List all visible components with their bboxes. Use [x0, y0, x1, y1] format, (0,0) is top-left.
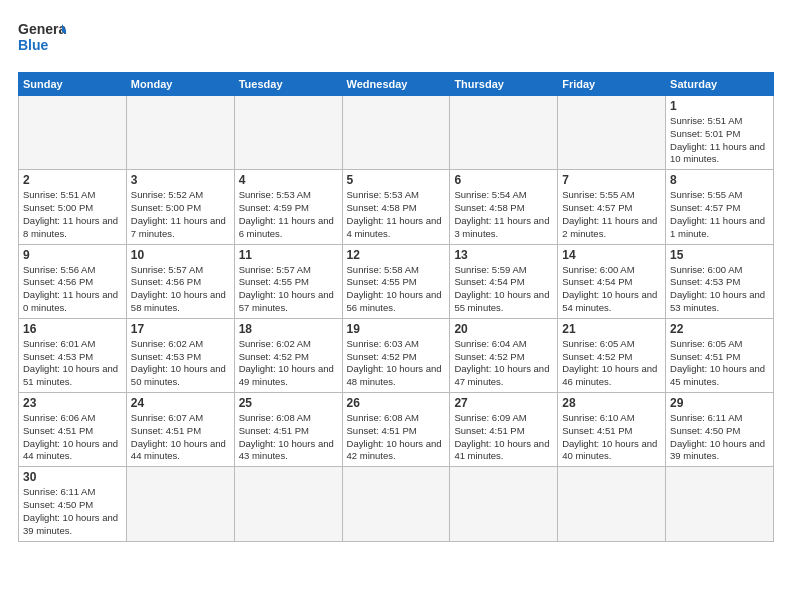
- svg-text:Blue: Blue: [18, 37, 49, 53]
- header-wednesday: Wednesday: [342, 73, 450, 96]
- day-info: Sunrise: 6:08 AM Sunset: 4:51 PM Dayligh…: [239, 412, 338, 463]
- day-info: Sunrise: 5:55 AM Sunset: 4:57 PM Dayligh…: [670, 189, 769, 240]
- calendar-cell: 5Sunrise: 5:53 AM Sunset: 4:58 PM Daylig…: [342, 170, 450, 244]
- logo-svg: General Blue: [18, 18, 66, 62]
- day-info: Sunrise: 5:51 AM Sunset: 5:01 PM Dayligh…: [670, 115, 769, 166]
- day-info: Sunrise: 6:10 AM Sunset: 4:51 PM Dayligh…: [562, 412, 661, 463]
- day-number: 9: [23, 248, 122, 262]
- day-number: 30: [23, 470, 122, 484]
- calendar-cell: 26Sunrise: 6:08 AM Sunset: 4:51 PM Dayli…: [342, 393, 450, 467]
- calendar-cell: [234, 96, 342, 170]
- calendar-cell: 11Sunrise: 5:57 AM Sunset: 4:55 PM Dayli…: [234, 244, 342, 318]
- calendar-cell: [450, 467, 558, 541]
- week-row-5: 23Sunrise: 6:06 AM Sunset: 4:51 PM Dayli…: [19, 393, 774, 467]
- calendar-table: SundayMondayTuesdayWednesdayThursdayFrid…: [18, 72, 774, 542]
- day-number: 14: [562, 248, 661, 262]
- calendar-cell: [558, 467, 666, 541]
- calendar-cell: 13Sunrise: 5:59 AM Sunset: 4:54 PM Dayli…: [450, 244, 558, 318]
- day-number: 27: [454, 396, 553, 410]
- day-number: 24: [131, 396, 230, 410]
- day-number: 7: [562, 173, 661, 187]
- day-info: Sunrise: 6:00 AM Sunset: 4:53 PM Dayligh…: [670, 264, 769, 315]
- week-row-1: 1Sunrise: 5:51 AM Sunset: 5:01 PM Daylig…: [19, 96, 774, 170]
- day-number: 19: [347, 322, 446, 336]
- calendar-page: General Blue SundayMondayTuesdayWednesda…: [0, 0, 792, 612]
- day-number: 23: [23, 396, 122, 410]
- day-info: Sunrise: 5:55 AM Sunset: 4:57 PM Dayligh…: [562, 189, 661, 240]
- calendar-cell: 2Sunrise: 5:51 AM Sunset: 5:00 PM Daylig…: [19, 170, 127, 244]
- day-number: 5: [347, 173, 446, 187]
- day-info: Sunrise: 6:11 AM Sunset: 4:50 PM Dayligh…: [23, 486, 122, 537]
- day-number: 21: [562, 322, 661, 336]
- day-info: Sunrise: 5:58 AM Sunset: 4:55 PM Dayligh…: [347, 264, 446, 315]
- calendar-cell: 7Sunrise: 5:55 AM Sunset: 4:57 PM Daylig…: [558, 170, 666, 244]
- header-monday: Monday: [126, 73, 234, 96]
- calendar-cell: 28Sunrise: 6:10 AM Sunset: 4:51 PM Dayli…: [558, 393, 666, 467]
- calendar-cell: 20Sunrise: 6:04 AM Sunset: 4:52 PM Dayli…: [450, 318, 558, 392]
- day-number: 18: [239, 322, 338, 336]
- day-info: Sunrise: 6:01 AM Sunset: 4:53 PM Dayligh…: [23, 338, 122, 389]
- calendar-cell: 23Sunrise: 6:06 AM Sunset: 4:51 PM Dayli…: [19, 393, 127, 467]
- svg-text:General: General: [18, 21, 66, 37]
- header-sunday: Sunday: [19, 73, 127, 96]
- day-number: 13: [454, 248, 553, 262]
- day-number: 29: [670, 396, 769, 410]
- day-number: 11: [239, 248, 338, 262]
- day-info: Sunrise: 6:04 AM Sunset: 4:52 PM Dayligh…: [454, 338, 553, 389]
- day-number: 3: [131, 173, 230, 187]
- calendar-header-row: SundayMondayTuesdayWednesdayThursdayFrid…: [19, 73, 774, 96]
- calendar-cell: [234, 467, 342, 541]
- calendar-cell: 30Sunrise: 6:11 AM Sunset: 4:50 PM Dayli…: [19, 467, 127, 541]
- calendar-cell: 17Sunrise: 6:02 AM Sunset: 4:53 PM Dayli…: [126, 318, 234, 392]
- day-info: Sunrise: 5:57 AM Sunset: 4:56 PM Dayligh…: [131, 264, 230, 315]
- day-number: 22: [670, 322, 769, 336]
- day-number: 12: [347, 248, 446, 262]
- calendar-cell: 29Sunrise: 6:11 AM Sunset: 4:50 PM Dayli…: [666, 393, 774, 467]
- day-info: Sunrise: 6:02 AM Sunset: 4:53 PM Dayligh…: [131, 338, 230, 389]
- calendar-cell: [666, 467, 774, 541]
- day-number: 1: [670, 99, 769, 113]
- calendar-cell: 3Sunrise: 5:52 AM Sunset: 5:00 PM Daylig…: [126, 170, 234, 244]
- calendar-cell: [342, 96, 450, 170]
- day-number: 17: [131, 322, 230, 336]
- day-number: 8: [670, 173, 769, 187]
- day-info: Sunrise: 5:59 AM Sunset: 4:54 PM Dayligh…: [454, 264, 553, 315]
- calendar-cell: [19, 96, 127, 170]
- week-row-6: 30Sunrise: 6:11 AM Sunset: 4:50 PM Dayli…: [19, 467, 774, 541]
- week-row-4: 16Sunrise: 6:01 AM Sunset: 4:53 PM Dayli…: [19, 318, 774, 392]
- calendar-cell: 14Sunrise: 6:00 AM Sunset: 4:54 PM Dayli…: [558, 244, 666, 318]
- day-info: Sunrise: 5:53 AM Sunset: 4:58 PM Dayligh…: [347, 189, 446, 240]
- day-number: 2: [23, 173, 122, 187]
- calendar-cell: 18Sunrise: 6:02 AM Sunset: 4:52 PM Dayli…: [234, 318, 342, 392]
- day-info: Sunrise: 5:54 AM Sunset: 4:58 PM Dayligh…: [454, 189, 553, 240]
- calendar-cell: [450, 96, 558, 170]
- week-row-2: 2Sunrise: 5:51 AM Sunset: 5:00 PM Daylig…: [19, 170, 774, 244]
- day-number: 16: [23, 322, 122, 336]
- calendar-cell: 8Sunrise: 5:55 AM Sunset: 4:57 PM Daylig…: [666, 170, 774, 244]
- day-info: Sunrise: 6:05 AM Sunset: 4:51 PM Dayligh…: [670, 338, 769, 389]
- day-info: Sunrise: 5:51 AM Sunset: 5:00 PM Dayligh…: [23, 189, 122, 240]
- calendar-cell: 21Sunrise: 6:05 AM Sunset: 4:52 PM Dayli…: [558, 318, 666, 392]
- header-saturday: Saturday: [666, 73, 774, 96]
- calendar-cell: 1Sunrise: 5:51 AM Sunset: 5:01 PM Daylig…: [666, 96, 774, 170]
- day-info: Sunrise: 6:00 AM Sunset: 4:54 PM Dayligh…: [562, 264, 661, 315]
- day-number: 28: [562, 396, 661, 410]
- calendar-cell: 16Sunrise: 6:01 AM Sunset: 4:53 PM Dayli…: [19, 318, 127, 392]
- day-info: Sunrise: 6:08 AM Sunset: 4:51 PM Dayligh…: [347, 412, 446, 463]
- day-info: Sunrise: 6:09 AM Sunset: 4:51 PM Dayligh…: [454, 412, 553, 463]
- calendar-cell: [126, 467, 234, 541]
- day-info: Sunrise: 6:11 AM Sunset: 4:50 PM Dayligh…: [670, 412, 769, 463]
- day-number: 26: [347, 396, 446, 410]
- day-info: Sunrise: 5:56 AM Sunset: 4:56 PM Dayligh…: [23, 264, 122, 315]
- calendar-cell: 9Sunrise: 5:56 AM Sunset: 4:56 PM Daylig…: [19, 244, 127, 318]
- day-info: Sunrise: 5:52 AM Sunset: 5:00 PM Dayligh…: [131, 189, 230, 240]
- day-info: Sunrise: 6:05 AM Sunset: 4:52 PM Dayligh…: [562, 338, 661, 389]
- day-info: Sunrise: 6:03 AM Sunset: 4:52 PM Dayligh…: [347, 338, 446, 389]
- calendar-cell: 19Sunrise: 6:03 AM Sunset: 4:52 PM Dayli…: [342, 318, 450, 392]
- day-info: Sunrise: 6:06 AM Sunset: 4:51 PM Dayligh…: [23, 412, 122, 463]
- calendar-cell: 25Sunrise: 6:08 AM Sunset: 4:51 PM Dayli…: [234, 393, 342, 467]
- header-tuesday: Tuesday: [234, 73, 342, 96]
- day-number: 20: [454, 322, 553, 336]
- day-number: 15: [670, 248, 769, 262]
- calendar-cell: 15Sunrise: 6:00 AM Sunset: 4:53 PM Dayli…: [666, 244, 774, 318]
